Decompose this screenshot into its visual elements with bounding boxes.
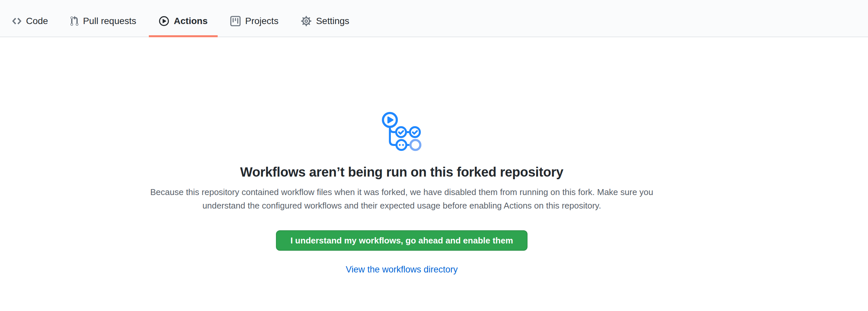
- repo-tab-bar: Code Pull requests Actions Projects: [0, 0, 868, 37]
- tab-projects[interactable]: Projects: [220, 0, 288, 37]
- tab-label: Pull requests: [83, 16, 136, 26]
- tab-label: Actions: [174, 16, 208, 26]
- tab-code[interactable]: Code: [2, 0, 58, 37]
- page-title: Workflows aren’t being run on this forke…: [135, 164, 669, 180]
- blankslate-description: Because this repository contained workfl…: [135, 185, 669, 213]
- code-icon: [12, 16, 22, 26]
- tab-pull-requests[interactable]: Pull requests: [61, 0, 146, 37]
- play-circle-icon: [159, 16, 169, 26]
- workflow-graph-icon: [381, 111, 423, 151]
- tab-label: Settings: [316, 16, 349, 26]
- git-pull-request-icon: [70, 16, 79, 26]
- view-workflows-directory-link[interactable]: View the workflows directory: [346, 265, 458, 274]
- enable-workflows-button[interactable]: I understand my workflows, go ahead and …: [276, 230, 528, 251]
- tab-actions[interactable]: Actions: [149, 0, 218, 37]
- button-row: I understand my workflows, go ahead and …: [135, 230, 669, 251]
- tab-label: Code: [26, 16, 48, 26]
- gear-icon: [301, 16, 311, 26]
- link-row: View the workflows directory: [135, 265, 669, 274]
- tab-label: Projects: [245, 16, 279, 26]
- project-board-icon: [230, 16, 241, 26]
- tab-settings[interactable]: Settings: [291, 0, 359, 37]
- actions-blankslate: Workflows aren’t being run on this forke…: [0, 37, 868, 274]
- blankslate-content: Workflows aren’t being run on this forke…: [135, 111, 669, 274]
